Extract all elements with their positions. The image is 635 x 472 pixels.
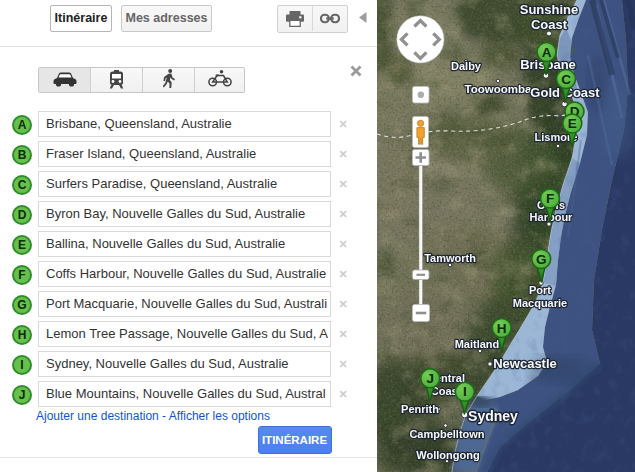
svg-text:Sydney: Sydney	[468, 408, 518, 424]
svg-text:Macquarie: Macquarie	[513, 297, 567, 309]
svg-text:Maitland: Maitland	[455, 338, 500, 350]
svg-text:Toowoomba: Toowoomba	[465, 83, 532, 95]
svg-text:A: A	[542, 45, 552, 60]
svg-text:H: H	[497, 321, 507, 336]
svg-text:Wollongong: Wollongong	[416, 449, 479, 461]
svg-text:E: E	[568, 116, 577, 131]
svg-text:Port: Port	[529, 284, 551, 296]
svg-text:I: I	[463, 384, 467, 399]
svg-text:Tamworth: Tamworth	[424, 252, 476, 264]
svg-text:Newcastle: Newcastle	[493, 356, 557, 371]
svg-text:C: C	[561, 72, 571, 87]
svg-text:G: G	[536, 252, 547, 267]
svg-text:F: F	[546, 191, 554, 206]
svg-text:Coast: Coast	[531, 17, 568, 32]
svg-text:Dalby: Dalby	[451, 60, 482, 72]
svg-text:Campbelltown: Campbelltown	[409, 428, 484, 440]
svg-text:Penrith: Penrith	[401, 403, 439, 415]
svg-text:J: J	[426, 371, 434, 386]
svg-text:Sunshine: Sunshine	[520, 2, 579, 17]
